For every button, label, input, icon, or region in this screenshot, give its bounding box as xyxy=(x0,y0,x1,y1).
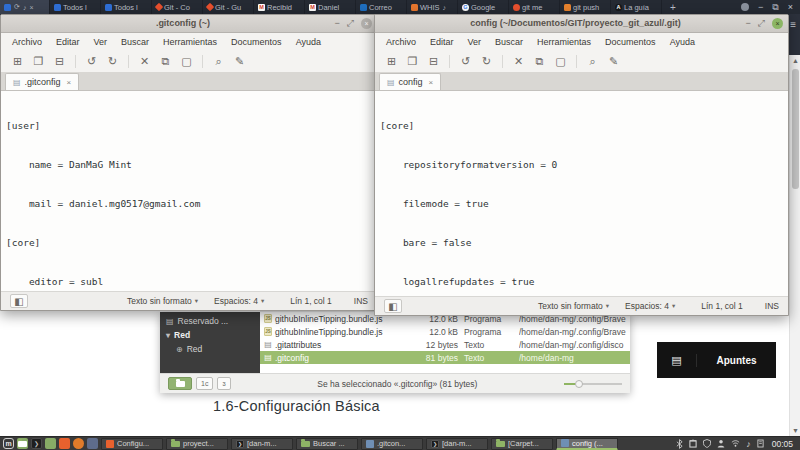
paste-button[interactable]: ▢ xyxy=(550,55,571,68)
user-applet-icon[interactable] xyxy=(717,439,725,448)
update-manager-icon[interactable] xyxy=(689,439,697,448)
open-button[interactable]: ❐ xyxy=(402,55,423,68)
menu-documentos[interactable]: Documentos xyxy=(598,37,663,47)
side-panel-toggle[interactable]: ◧ xyxy=(384,299,402,313)
discord-launcher-icon[interactable] xyxy=(87,438,98,449)
browser-tab[interactable]: Git - Co xyxy=(152,0,203,14)
browser-tab[interactable]: git me xyxy=(509,0,560,14)
file-row[interactable]: JSgithubInlineTipping.bundle.js 12.0 kB … xyxy=(260,325,630,338)
mint-menu-button[interactable]: m xyxy=(3,438,14,449)
text-editor-area[interactable]: [user] name = DanMaG Mint mail = daniel.… xyxy=(1,91,377,291)
browser-tab[interactable]: GGoogle xyxy=(458,0,509,14)
wifi-network-icon[interactable] xyxy=(731,439,740,448)
browser-tab[interactable]: Git - Gu xyxy=(203,0,254,14)
taskbar-window-terminal2[interactable]: ❯[dan-m... xyxy=(426,438,488,450)
menu-herramientas[interactable]: Herramientas xyxy=(156,37,224,47)
titlebar[interactable]: .gitconfig (~) − ⤢ × xyxy=(1,15,377,33)
browser-tab[interactable]: MDaniel xyxy=(305,0,356,14)
copy-button[interactable]: ⧉ xyxy=(155,55,176,68)
browser-minimize-button[interactable]: − xyxy=(758,2,763,12)
maximize-button[interactable]: ⤢ xyxy=(347,18,354,29)
menu-ver[interactable]: Ver xyxy=(461,37,489,47)
scrollbar-thumb[interactable] xyxy=(792,69,799,189)
editor-tab-config[interactable]: ▤ config × xyxy=(379,73,441,90)
tab-audio-icon[interactable]: ♪ xyxy=(23,4,27,11)
sidebar-item-red[interactable]: ⊕ Red xyxy=(160,342,260,356)
menu-ver[interactable]: Ver xyxy=(87,37,115,47)
menu-archivo[interactable]: Archivo xyxy=(379,37,423,47)
copy-button[interactable]: ⧉ xyxy=(529,55,550,68)
sidebar-item-reservado[interactable]: ▤ Reservado ... xyxy=(160,314,260,328)
browser-close-button[interactable]: × xyxy=(788,2,793,12)
find-button[interactable]: ⌕ xyxy=(582,55,603,68)
terminal-launcher-icon[interactable]: ❯ xyxy=(31,438,42,449)
app-launcher-icon[interactable] xyxy=(73,438,84,449)
menu-archivo[interactable]: Archivo xyxy=(5,37,49,47)
undo-button[interactable]: ↺ xyxy=(455,55,476,68)
replace-button[interactable]: ✎ xyxy=(603,55,624,68)
menu-editar[interactable]: Editar xyxy=(423,37,461,47)
taskbar-window-folder[interactable]: proyect... xyxy=(166,438,228,450)
taskbar-window-brave[interactable]: Configu... xyxy=(101,438,163,450)
titlebar[interactable]: config (~/Documentos/GIT/proyecto_git_az… xyxy=(375,15,788,33)
close-button[interactable]: × xyxy=(361,18,372,29)
browser-tab[interactable]: Todos l xyxy=(101,0,152,14)
cut-button[interactable]: ✕ xyxy=(134,55,155,68)
tab-close-icon[interactable]: × xyxy=(67,78,72,87)
save-button[interactable]: ⊟ xyxy=(49,55,70,68)
brave-launcher-icon[interactable] xyxy=(59,438,70,449)
menu-editar[interactable]: Editar xyxy=(49,37,87,47)
browser-restore-button[interactable]: ⧉ xyxy=(772,2,778,13)
new-document-button[interactable]: ⊞ xyxy=(381,55,402,68)
file-row-selected[interactable]: ▤.gitconfig 81 bytes Texto /home/dan-mg xyxy=(260,351,630,364)
files-launcher-icon[interactable] xyxy=(17,438,28,449)
treeview-toggle-button[interactable]: 1c xyxy=(196,377,213,390)
file-row[interactable]: ▤.gitattributes 12 bytes Texto /home/dan… xyxy=(260,338,630,351)
expander-icon[interactable]: ▾ xyxy=(166,331,170,340)
menu-ayuda[interactable]: Ayuda xyxy=(289,37,328,47)
apuntes-widget[interactable]: ▤ Apuntes xyxy=(657,342,776,378)
tab-reload-icon[interactable]: ⟳ xyxy=(14,3,20,11)
new-tab-button[interactable]: + xyxy=(662,0,684,14)
doc-type-dropdown[interactable]: Texto sin formato xyxy=(538,301,603,311)
bluetooth-icon[interactable] xyxy=(676,439,683,449)
maximize-button[interactable]: ⤢ xyxy=(758,18,765,29)
browser-tab[interactable]: MRecibid xyxy=(254,0,305,14)
new-document-button[interactable]: ⊞ xyxy=(7,55,28,68)
side-panel-toggle[interactable]: ◧ xyxy=(10,294,28,308)
firewall-shield-icon[interactable] xyxy=(703,439,711,448)
places-toggle-button[interactable] xyxy=(168,377,192,390)
cut-button[interactable]: ✕ xyxy=(508,55,529,68)
taskbar-clock[interactable]: 00:05 xyxy=(772,439,793,449)
tab-close-icon[interactable]: × xyxy=(29,4,33,11)
slider-thumb[interactable] xyxy=(575,380,583,388)
spaces-dropdown[interactable]: Espacios: 4 xyxy=(214,296,258,306)
taskbar-window-search[interactable]: Buscar ... xyxy=(296,438,358,450)
menu-ayuda[interactable]: Ayuda xyxy=(663,37,702,47)
save-button[interactable]: ⊟ xyxy=(423,55,444,68)
undo-button[interactable]: ↺ xyxy=(81,55,102,68)
browser-tab-active[interactable]: ⟳ ♪ × xyxy=(0,0,50,14)
sidebar-section-red[interactable]: ▾ Red xyxy=(160,328,260,342)
browser-tab[interactable]: Todos l xyxy=(50,0,101,14)
minimize-button[interactable]: − xyxy=(746,18,751,29)
browser-tab[interactable]: git push xyxy=(560,0,611,14)
minimize-button[interactable]: − xyxy=(335,18,340,29)
menu-herramientas[interactable]: Herramientas xyxy=(530,37,598,47)
zoom-slider[interactable] xyxy=(564,379,622,389)
spaces-dropdown[interactable]: Espacios: 4 xyxy=(625,301,669,311)
page-scrollbar[interactable]: ▲ ▼ xyxy=(789,55,800,436)
doc-type-dropdown[interactable]: Texto sin formato xyxy=(127,296,192,306)
folder-launcher-icon[interactable] xyxy=(45,438,56,449)
taskbar-window-config-active[interactable]: config (... xyxy=(556,438,618,450)
browser-menu-icon[interactable]: ≡ xyxy=(790,19,796,30)
browser-tab[interactable]: ALa guía xyxy=(611,0,662,14)
menu-buscar[interactable]: Buscar xyxy=(114,37,156,47)
browser-tab[interactable]: Correo xyxy=(356,0,407,14)
hidden-toggle-button[interactable]: ɜ xyxy=(217,377,230,390)
scroll-down-icon[interactable]: ▼ xyxy=(790,425,800,436)
sound-applet-icon[interactable]: ♪ xyxy=(746,438,751,450)
redo-button[interactable]: ↻ xyxy=(476,55,497,68)
open-button[interactable]: ❐ xyxy=(28,55,49,68)
redo-button[interactable]: ↻ xyxy=(102,55,123,68)
